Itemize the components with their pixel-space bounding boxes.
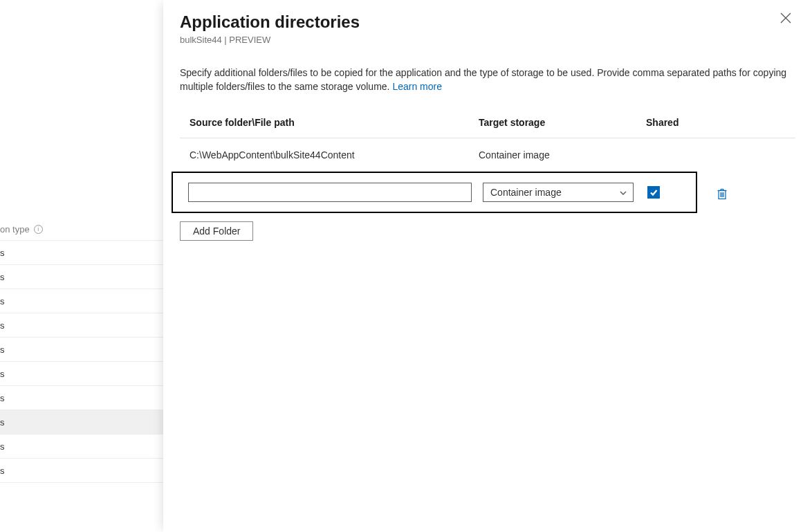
list-item-label: s bbox=[0, 320, 5, 331]
list-item[interactable]: s bbox=[0, 458, 163, 483]
background-list: s s s s s s s s s s bbox=[0, 241, 163, 483]
background-column-header: on type i bbox=[0, 219, 163, 239]
check-icon bbox=[649, 188, 658, 196]
list-item-label: s bbox=[0, 417, 5, 428]
list-item[interactable]: s bbox=[0, 434, 163, 459]
list-item-label: s bbox=[0, 345, 5, 355]
page-title: Application directories bbox=[180, 12, 795, 32]
close-button[interactable] bbox=[780, 12, 791, 24]
row-actions-cell bbox=[701, 186, 743, 199]
chevron-down-icon bbox=[619, 188, 627, 196]
list-item[interactable]: s bbox=[0, 410, 163, 434]
source-input-cell bbox=[188, 183, 483, 202]
target-select-cell: Container image bbox=[483, 183, 647, 202]
shared-checkbox[interactable] bbox=[647, 186, 660, 199]
delete-row-button[interactable] bbox=[717, 187, 728, 199]
list-item[interactable]: s bbox=[0, 337, 163, 362]
source-path-input[interactable] bbox=[188, 183, 472, 202]
table-header-row: Source folder\File path Target storage S… bbox=[180, 108, 795, 138]
highlighted-input-row: Container image bbox=[172, 172, 697, 213]
table-row: C:\WebAppContent\bulkSite44Content Conta… bbox=[180, 138, 795, 172]
row-target-value: Container image bbox=[479, 149, 646, 160]
page-subtitle: bulkSite44 | PREVIEW bbox=[180, 35, 795, 45]
list-item-label: s bbox=[0, 466, 5, 476]
background-left-panel: on type i s s s s s s s s s s bbox=[0, 0, 163, 532]
background-header-text: on type bbox=[0, 224, 30, 235]
shared-checkbox-cell bbox=[647, 186, 689, 199]
list-item-label: s bbox=[0, 393, 5, 403]
list-item-label: s bbox=[0, 248, 5, 258]
list-item[interactable]: s bbox=[0, 361, 163, 386]
application-directories-panel: Application directories bulkSite44 | PRE… bbox=[163, 0, 812, 532]
directories-table: Source folder\File path Target storage S… bbox=[180, 108, 795, 241]
column-source: Source folder\File path bbox=[180, 117, 479, 128]
table-input-row-wrapper: Container image bbox=[180, 172, 795, 213]
description-text: Specify additional folders/files to be c… bbox=[180, 67, 786, 92]
select-value: Container image bbox=[490, 187, 562, 198]
info-icon: i bbox=[34, 225, 43, 234]
column-target: Target storage bbox=[479, 117, 646, 128]
page-description: Specify additional folders/files to be c… bbox=[180, 66, 795, 94]
list-item-label: s bbox=[0, 296, 5, 306]
column-shared: Shared bbox=[646, 117, 708, 128]
list-item[interactable]: s bbox=[0, 264, 163, 289]
list-item[interactable]: s bbox=[0, 313, 163, 338]
row-source-value: C:\WebAppContent\bulkSite44Content bbox=[180, 149, 479, 160]
trash-icon bbox=[717, 187, 728, 200]
close-icon bbox=[780, 12, 791, 24]
target-storage-select[interactable]: Container image bbox=[483, 183, 634, 202]
list-item-label: s bbox=[0, 369, 5, 379]
list-item-label: s bbox=[0, 441, 5, 452]
list-item[interactable]: s bbox=[0, 288, 163, 313]
list-item-label: s bbox=[0, 272, 5, 282]
add-folder-button[interactable]: Add Folder bbox=[180, 221, 253, 241]
learn-more-link[interactable]: Learn more bbox=[392, 81, 442, 92]
list-item[interactable]: s bbox=[0, 240, 163, 265]
list-item[interactable]: s bbox=[0, 385, 163, 410]
